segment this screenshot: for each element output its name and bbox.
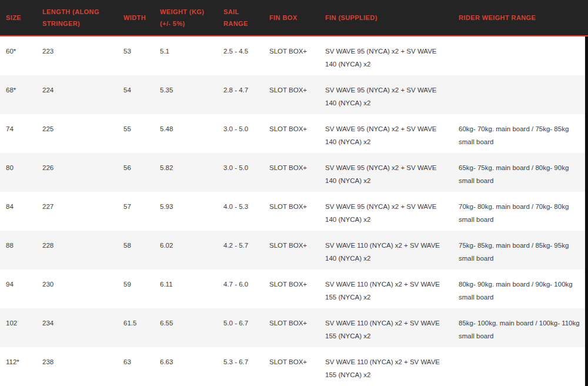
cell-rider_weight_range: 70kg- 80kg. main board / 70kg- 80kg smal… bbox=[453, 192, 585, 231]
table-row: 68*224545.352.8 - 4.7SLOT BOX+SV WAVE 95… bbox=[0, 75, 585, 114]
cell-rider_weight_range: 65kg- 75kg. main board / 80kg- 90kg smal… bbox=[453, 153, 585, 192]
cell-width: 63 bbox=[118, 347, 154, 386]
cell-rider_weight_range bbox=[453, 75, 585, 114]
cell-size: 94 bbox=[0, 269, 36, 308]
cell-fin_box: SLOT BOX+ bbox=[263, 36, 319, 75]
column-header-size: SIZE bbox=[0, 12, 36, 24]
table-row: 84227575.934.0 - 5.3SLOT BOX+SV WAVE 95 … bbox=[0, 192, 585, 231]
cell-fin_box: SLOT BOX+ bbox=[263, 308, 319, 347]
cell-sail_range: 3.0 - 5.0 bbox=[218, 153, 263, 192]
table-row: 94230596.114.7 - 6.0SLOT BOX+SV WAVE 110… bbox=[0, 269, 585, 308]
cell-size: 68* bbox=[0, 75, 36, 114]
cell-width: 55 bbox=[118, 114, 154, 153]
spec-table-header-row: SIZELENGTH (ALONG STRINGER)WIDTHWEIGHT (… bbox=[0, 0, 588, 36]
cell-length: 225 bbox=[36, 114, 118, 153]
column-header-width: WIDTH bbox=[118, 12, 154, 24]
cell-fin_supplied: SV WAVE 110 (NYCA) x2 + SV WAVE 155 (NYC… bbox=[319, 347, 453, 386]
cell-size: 84 bbox=[0, 192, 36, 231]
table-row: 60*223535.12.5 - 4.5SLOT BOX+SV WAVE 95 … bbox=[0, 36, 585, 75]
cell-rider_weight_range: 85kg- 100kg. main board / 100kg- 110kg s… bbox=[453, 308, 585, 347]
cell-fin_box: SLOT BOX+ bbox=[263, 75, 319, 114]
table-row: 112*238636.635.3 - 6.7SLOT BOX+SV WAVE 1… bbox=[0, 347, 585, 386]
cell-rider_weight_range bbox=[453, 36, 585, 75]
cell-sail_range: 5.3 - 6.7 bbox=[218, 347, 263, 386]
column-header-fin_box: FIN BOX bbox=[263, 12, 319, 24]
spec-table-body: 60*223535.12.5 - 4.5SLOT BOX+SV WAVE 95 … bbox=[0, 36, 585, 386]
cell-length: 224 bbox=[36, 75, 118, 114]
cell-weight: 5.93 bbox=[154, 192, 218, 231]
cell-length: 238 bbox=[36, 347, 118, 386]
cell-weight: 5.35 bbox=[154, 75, 218, 114]
cell-fin_box: SLOT BOX+ bbox=[263, 114, 319, 153]
cell-sail_range: 4.2 - 5.7 bbox=[218, 231, 263, 269]
cell-length: 227 bbox=[36, 192, 118, 231]
cell-sail_range: 2.5 - 4.5 bbox=[218, 36, 263, 75]
cell-width: 59 bbox=[118, 269, 154, 308]
column-header-length: LENGTH (ALONG STRINGER) bbox=[36, 6, 118, 29]
cell-fin_supplied: SV WAVE 110 (NYCA) x2 + SV WAVE 140 (NYC… bbox=[319, 231, 453, 269]
column-header-rider_weight_range: RIDER WEIGHT RANGE bbox=[453, 12, 585, 24]
cell-width: 58 bbox=[118, 231, 154, 269]
column-header-fin_supplied: FIN (SUPPLIED) bbox=[319, 12, 453, 24]
cell-sail_range: 2.8 - 4.7 bbox=[218, 75, 263, 114]
cell-size: 80 bbox=[0, 153, 36, 192]
cell-width: 56 bbox=[118, 153, 154, 192]
cell-rider_weight_range: 60kg- 70kg. main board / 75kg- 85kg smal… bbox=[453, 114, 585, 153]
cell-size: 74 bbox=[0, 114, 36, 153]
cell-weight: 6.11 bbox=[154, 269, 218, 308]
table-row: 88228586.024.2 - 5.7SLOT BOX+SV WAVE 110… bbox=[0, 231, 585, 269]
cell-size: 102 bbox=[0, 308, 36, 347]
cell-sail_range: 5.0 - 6.7 bbox=[218, 308, 263, 347]
cell-weight: 6.02 bbox=[154, 231, 218, 269]
cell-weight: 5.48 bbox=[154, 114, 218, 153]
cell-fin_supplied: SV WAVE 110 (NYCA) x2 + SV WAVE 155 (NYC… bbox=[319, 269, 453, 308]
cell-fin_box: SLOT BOX+ bbox=[263, 153, 319, 192]
cell-fin_supplied: SV WAVE 95 (NYCA) x2 + SV WAVE 140 (NYCA… bbox=[319, 36, 453, 75]
cell-length: 230 bbox=[36, 269, 118, 308]
cell-length: 226 bbox=[36, 153, 118, 192]
cell-rider_weight_range: 75kg- 85kg. main board / 85kg- 95kg smal… bbox=[453, 231, 585, 269]
table-row: 74225555.483.0 - 5.0SLOT BOX+SV WAVE 95 … bbox=[0, 114, 585, 153]
cell-weight: 6.55 bbox=[154, 308, 218, 347]
cell-fin_box: SLOT BOX+ bbox=[263, 269, 319, 308]
cell-fin_supplied: SV WAVE 95 (NYCA) x2 + SV WAVE 140 (NYCA… bbox=[319, 75, 453, 114]
table-row: 10223461.56.555.0 - 6.7SLOT BOX+SV WAVE … bbox=[0, 308, 585, 347]
cell-rider_weight_range bbox=[453, 347, 585, 386]
cell-size: 112* bbox=[0, 347, 36, 386]
column-header-weight: WEIGHT (KG) (+/- 5%) bbox=[154, 6, 218, 29]
cell-fin_box: SLOT BOX+ bbox=[263, 192, 319, 231]
cell-weight: 6.63 bbox=[154, 347, 218, 386]
cell-length: 223 bbox=[36, 36, 118, 75]
cell-weight: 5.1 bbox=[154, 36, 218, 75]
cell-sail_range: 4.7 - 6.0 bbox=[218, 269, 263, 308]
cell-size: 88 bbox=[0, 231, 36, 269]
cell-fin_supplied: SV WAVE 110 (NYCA) x2 + SV WAVE 155 (NYC… bbox=[319, 308, 453, 347]
cell-sail_range: 3.0 - 5.0 bbox=[218, 114, 263, 153]
table-row: 80226565.823.0 - 5.0SLOT BOX+SV WAVE 95 … bbox=[0, 153, 585, 192]
cell-rider_weight_range: 80kg- 90kg. main board / 90kg- 100kg sma… bbox=[453, 269, 585, 308]
column-header-sail_range: SAIL RANGE bbox=[218, 6, 263, 29]
cell-sail_range: 4.0 - 5.3 bbox=[218, 192, 263, 231]
cell-length: 234 bbox=[36, 308, 118, 347]
cell-size: 60* bbox=[0, 36, 36, 75]
cell-fin_box: SLOT BOX+ bbox=[263, 231, 319, 269]
cell-width: 53 bbox=[118, 36, 154, 75]
cell-fin_supplied: SV WAVE 95 (NYCA) x2 + SV WAVE 140 (NYCA… bbox=[319, 192, 453, 231]
board-spec-page: SIZELENGTH (ALONG STRINGER)WIDTHWEIGHT (… bbox=[0, 0, 588, 386]
cell-fin_box: SLOT BOX+ bbox=[263, 347, 319, 386]
cell-fin_supplied: SV WAVE 95 (NYCA) x2 + SV WAVE 140 (NYCA… bbox=[319, 153, 453, 192]
cell-width: 54 bbox=[118, 75, 154, 114]
cell-width: 61.5 bbox=[118, 308, 154, 347]
cell-fin_supplied: SV WAVE 95 (NYCA) x2 + SV WAVE 140 (NYCA… bbox=[319, 114, 453, 153]
cell-length: 228 bbox=[36, 231, 118, 269]
cell-width: 57 bbox=[118, 192, 154, 231]
cell-weight: 5.82 bbox=[154, 153, 218, 192]
